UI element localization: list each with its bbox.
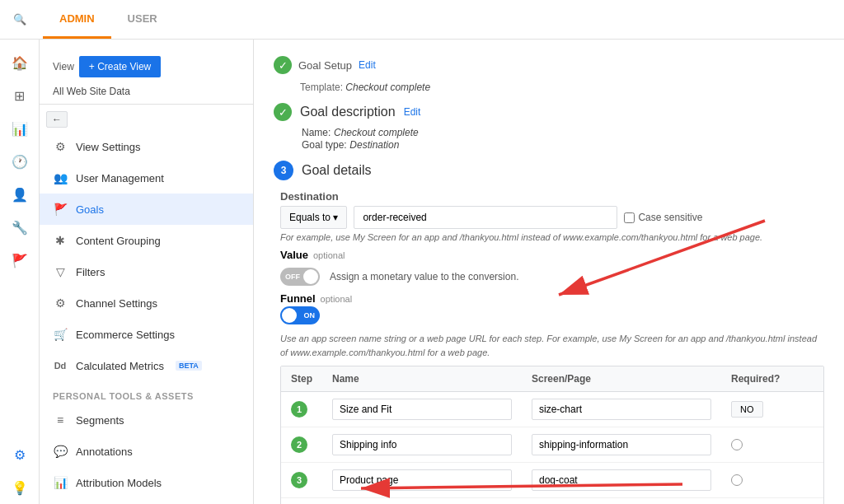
goals-icon: 🚩 bbox=[53, 202, 68, 217]
home-icon[interactable]: 🏠 bbox=[0, 46, 40, 79]
nav-item-label: Goals bbox=[76, 203, 104, 216]
funnel-page-3[interactable] bbox=[532, 469, 711, 491]
toggle-knob bbox=[303, 269, 318, 284]
annotations-icon: 💬 bbox=[53, 444, 68, 459]
funnel-row-4: 4 bbox=[281, 498, 823, 504]
nav-item-channel-settings[interactable]: ⚙ Channel Settings bbox=[40, 287, 253, 319]
user-icon[interactable]: 👤 bbox=[0, 178, 40, 211]
dashboard-icon[interactable]: ⊞ bbox=[0, 79, 40, 112]
case-sensitive-label: Case sensitive bbox=[638, 212, 702, 223]
value-row: Assign a monetary value to the conversio… bbox=[280, 268, 824, 286]
goal-setup-edit[interactable]: Edit bbox=[359, 59, 376, 71]
funnel-toggle[interactable] bbox=[280, 306, 320, 324]
nav-item-label: Calculated Metrics bbox=[76, 360, 164, 372]
funnel-row-1: 1 NO bbox=[281, 392, 823, 427]
funnel-name-2[interactable] bbox=[332, 434, 512, 455]
funnel-page-2[interactable] bbox=[532, 434, 711, 455]
funnel-page-1[interactable] bbox=[532, 399, 711, 420]
required-cell-2 bbox=[731, 439, 814, 450]
nav-item-filters[interactable]: ▽ Filters bbox=[40, 256, 253, 287]
nav-item-label: Attribution Models bbox=[76, 477, 162, 489]
funnel-row-2: 2 bbox=[281, 427, 823, 463]
value-header: Value optional bbox=[280, 249, 824, 261]
funnel-row-3: 3 bbox=[281, 463, 823, 498]
clock-icon[interactable]: 🕐 bbox=[0, 145, 40, 178]
calculated-metrics-icon: Dd bbox=[53, 358, 68, 373]
nav-item-attribution[interactable]: 📊 Attribution Models bbox=[40, 467, 253, 498]
nav-item-annotations[interactable]: 💬 Annotations bbox=[40, 436, 253, 467]
segments-icon: ≡ bbox=[53, 413, 68, 427]
step-num-3: 3 bbox=[291, 472, 307, 488]
funnel-optional: optional bbox=[321, 294, 353, 304]
reports-icon[interactable]: 📊 bbox=[0, 112, 40, 145]
nav-item-view-settings[interactable]: ⚙ View Settings bbox=[40, 131, 253, 162]
nav-item-label: User Management bbox=[76, 172, 164, 184]
funnel-toggle-knob bbox=[282, 308, 297, 323]
tools-icon[interactable]: 🔧 bbox=[0, 211, 40, 244]
nav-item-user-management[interactable]: 👥 User Management bbox=[40, 162, 253, 194]
required-no-btn[interactable]: NO bbox=[731, 401, 763, 418]
flag-icon[interactable]: 🚩 bbox=[0, 244, 40, 277]
required-radio-3[interactable] bbox=[731, 474, 743, 486]
destination-input[interactable] bbox=[354, 206, 617, 229]
top-bar-tabs: ADMIN USER bbox=[43, 1, 174, 39]
view-label: View bbox=[53, 61, 74, 72]
bulb-icon[interactable]: 💡 bbox=[0, 471, 40, 504]
value-hint: Assign a monetary value to the conversio… bbox=[330, 271, 518, 282]
nav-item-label: Ecommerce Settings bbox=[76, 329, 175, 341]
goal-setup-label: Goal Setup bbox=[298, 59, 352, 72]
nav-item-label: Filters bbox=[76, 266, 105, 278]
ecommerce-icon: 🛒 bbox=[53, 327, 68, 342]
name-label: Name: bbox=[302, 127, 331, 138]
funnel-table: Step Name Screen/Page Required? 1 NO 2 bbox=[280, 366, 824, 504]
type-value: Destination bbox=[349, 139, 399, 151]
nav-item-calculated-metrics[interactable]: Dd Calculated Metrics BETA bbox=[40, 350, 253, 381]
nav-panel: View + Create View All Web Site Data ← ⚙… bbox=[40, 40, 254, 504]
equals-to-dropdown[interactable]: Equals to ▾ bbox=[280, 206, 347, 229]
nav-create-view-row: View + Create View bbox=[40, 49, 253, 84]
step-num-2: 2 bbox=[291, 436, 307, 453]
goal-description-edit[interactable]: Edit bbox=[404, 106, 421, 118]
step3-circle: 3 bbox=[274, 161, 293, 180]
nav-item-custom-channel[interactable]: ⊞ Custom Channel Grouping BET bbox=[40, 498, 253, 504]
nav-item-label: Content Grouping bbox=[76, 235, 161, 247]
nav-item-label: Channel Settings bbox=[76, 297, 157, 310]
required-cell-3 bbox=[731, 474, 814, 486]
goal-details-header: 3 Goal details bbox=[274, 161, 824, 180]
nav-item-segments[interactable]: ≡ Segments bbox=[40, 404, 253, 436]
funnel-table-header: Step Name Screen/Page Required? bbox=[281, 366, 823, 392]
destination-label: Destination bbox=[280, 190, 824, 203]
funnel-name-3[interactable] bbox=[332, 469, 512, 491]
nav-back-button[interactable]: ← bbox=[46, 111, 68, 128]
search-icon[interactable]: 🔍 bbox=[0, 13, 40, 26]
goal-template-row: Template: Checkout complete bbox=[300, 81, 824, 93]
admin-tab[interactable]: ADMIN bbox=[43, 1, 111, 39]
gear-icon[interactable]: ⚙ bbox=[0, 438, 40, 471]
value-toggle[interactable] bbox=[280, 268, 320, 286]
nav-item-ecommerce[interactable]: 🛒 Ecommerce Settings bbox=[40, 319, 253, 350]
funnel-title: Funnel bbox=[280, 292, 316, 305]
goal-details-title: Goal details bbox=[302, 163, 372, 178]
value-optional: optional bbox=[313, 250, 345, 260]
case-sensitive-checkbox[interactable] bbox=[624, 212, 635, 223]
channel-settings-icon: ⚙ bbox=[53, 296, 68, 310]
nav-item-goals[interactable]: 🚩 Goals bbox=[40, 194, 253, 225]
destination-hint: For example, use My Screen for an app an… bbox=[280, 232, 824, 242]
view-settings-icon: ⚙ bbox=[53, 139, 68, 154]
funnel-header: Funnel optional bbox=[280, 292, 824, 305]
template-label: Template: bbox=[300, 82, 345, 93]
goal-description-title: Goal description bbox=[300, 105, 396, 119]
step-num-1: 1 bbox=[291, 401, 307, 418]
personal-tools-title: PERSONAL TOOLS & ASSETS bbox=[40, 381, 253, 404]
create-view-button[interactable]: + Create View bbox=[79, 56, 162, 77]
required-radio-2[interactable] bbox=[731, 439, 743, 450]
content-grouping-icon: ✱ bbox=[53, 233, 68, 248]
nav-item-label: Segments bbox=[76, 414, 124, 427]
case-sensitive-row: Case sensitive bbox=[624, 212, 702, 223]
type-label: Goal type: bbox=[302, 139, 347, 151]
step1-circle: ✓ bbox=[274, 56, 292, 74]
funnel-name-1[interactable] bbox=[332, 399, 512, 420]
user-tab[interactable]: USER bbox=[111, 1, 174, 39]
nav-item-content-grouping[interactable]: ✱ Content Grouping bbox=[40, 225, 253, 256]
value-title: Value bbox=[280, 249, 308, 261]
